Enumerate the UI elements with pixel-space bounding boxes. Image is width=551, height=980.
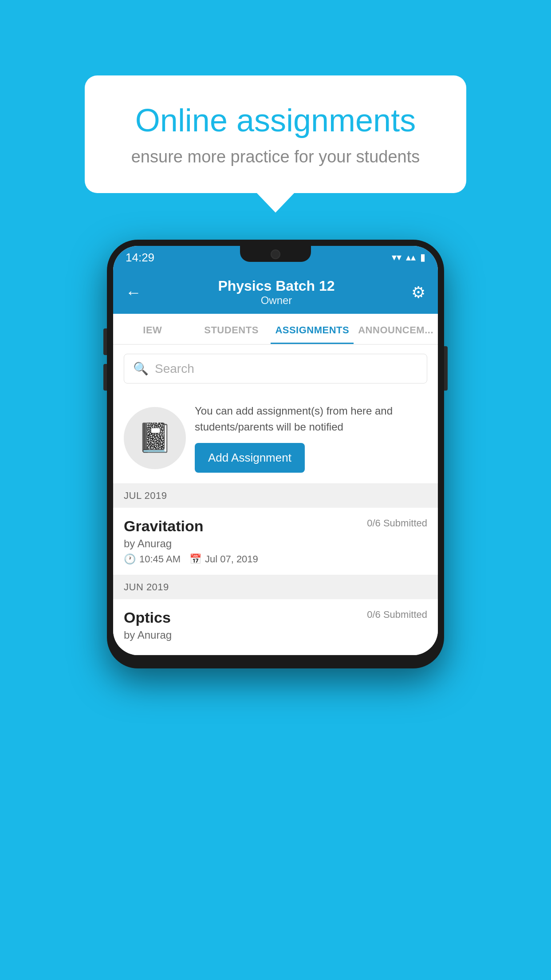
tabs-bar: IEW STUDENTS ASSIGNMENTS ANNOUNCEM... — [113, 314, 438, 345]
phone-screen: 14:29 ▾▾ ▴▴ ▮ ← Physics Batch 12 Owner ⚙… — [113, 246, 438, 655]
phone-camera — [271, 249, 280, 259]
app-header: ← Physics Batch 12 Owner ⚙ — [113, 269, 438, 314]
assignment-time-text: 10:45 AM — [139, 553, 181, 565]
speech-bubble-container: Online assignments ensure more practice … — [85, 75, 466, 193]
speech-bubble: Online assignments ensure more practice … — [85, 75, 466, 193]
assignment-submitted-gravitation: 0/6 Submitted — [367, 518, 427, 529]
assignment-item-gravitation[interactable]: Gravitation 0/6 Submitted by Anurag 🕐 10… — [113, 508, 438, 575]
section-header-jun2019: JUN 2019 — [113, 575, 438, 599]
wifi-icon: ▾▾ — [392, 252, 401, 263]
search-box[interactable]: 🔍 Search — [124, 354, 427, 383]
assignment-date-text: Jul 07, 2019 — [205, 553, 258, 565]
header-subtitle: Owner — [218, 294, 335, 307]
promo-text-block: You can add assignment(s) from here and … — [195, 403, 427, 473]
assignment-title-gravitation: Gravitation — [124, 518, 203, 535]
phone-wrapper: 14:29 ▾▾ ▴▴ ▮ ← Physics Batch 12 Owner ⚙… — [107, 240, 444, 668]
signal-icon: ▴▴ — [406, 252, 416, 263]
battery-icon: ▮ — [420, 252, 425, 263]
clock-icon: 🕐 — [124, 553, 136, 565]
assignment-top: Gravitation 0/6 Submitted — [124, 518, 427, 535]
phone-notch — [240, 246, 311, 262]
back-button[interactable]: ← — [126, 283, 142, 302]
assignment-time-gravitation: 🕐 10:45 AM — [124, 553, 181, 565]
assignment-top-optics: Optics 0/6 Submitted — [124, 609, 427, 626]
search-icon: 🔍 — [133, 361, 149, 376]
assignment-meta-gravitation: 🕐 10:45 AM 📅 Jul 07, 2019 — [124, 553, 427, 565]
assignment-by-optics: by Anurag — [124, 629, 427, 641]
status-time: 14:29 — [126, 251, 154, 265]
promo-block: 📓 You can add assignment(s) from here an… — [113, 392, 438, 484]
calendar-icon: 📅 — [189, 553, 201, 565]
power-button — [444, 346, 448, 391]
status-icons: ▾▾ ▴▴ ▮ — [392, 252, 425, 263]
tab-announcements[interactable]: ANNOUNCEM... — [354, 314, 438, 344]
section-header-jul2019: JUL 2019 — [113, 484, 438, 508]
header-title: Physics Batch 12 — [218, 278, 335, 294]
speech-bubble-title: Online assignments — [120, 102, 431, 138]
assignment-date-gravitation: 📅 Jul 07, 2019 — [189, 553, 258, 565]
assignment-submitted-optics: 0/6 Submitted — [367, 609, 427, 620]
promo-icon-circle: 📓 — [124, 407, 186, 469]
promo-description: You can add assignment(s) from here and … — [195, 403, 427, 435]
tab-assignments[interactable]: ASSIGNMENTS — [271, 314, 354, 344]
tab-students[interactable]: STUDENTS — [192, 314, 271, 344]
header-title-block: Physics Batch 12 Owner — [218, 278, 335, 307]
add-assignment-button[interactable]: Add Assignment — [195, 443, 305, 473]
assignment-title-optics: Optics — [124, 609, 171, 626]
volume-down-button — [103, 364, 107, 391]
tab-iew[interactable]: IEW — [113, 314, 192, 344]
search-container: 🔍 Search — [113, 345, 438, 392]
speech-bubble-subtitle: ensure more practice for your students — [120, 147, 431, 166]
assignment-by-gravitation: by Anurag — [124, 537, 427, 550]
phone-frame: 14:29 ▾▾ ▴▴ ▮ ← Physics Batch 12 Owner ⚙… — [107, 240, 444, 668]
search-placeholder: Search — [155, 362, 194, 376]
settings-icon[interactable]: ⚙ — [411, 283, 425, 302]
volume-up-button — [103, 328, 107, 355]
notebook-icon: 📓 — [137, 421, 173, 454]
assignment-item-optics[interactable]: Optics 0/6 Submitted by Anurag — [113, 599, 438, 655]
